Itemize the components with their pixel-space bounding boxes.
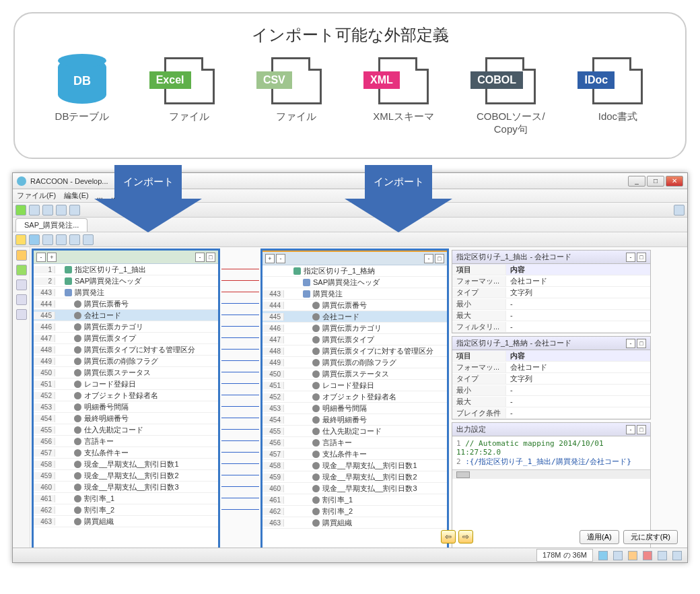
tree-row[interactable]: 449購買伝票の削除フラグ [34, 356, 218, 367]
tree-row[interactable]: 444購買伝票番号 [34, 298, 218, 310]
tree-toolbar[interactable]: - + - □ [34, 251, 218, 264]
status-icon[interactable] [628, 551, 637, 560]
tool-icon[interactable] [83, 234, 94, 245]
property-row[interactable]: フィルタリ...- [452, 321, 650, 333]
tree-row[interactable]: 455仕入先勘定コード [34, 424, 218, 436]
property-row[interactable]: タイプ文字列 [452, 373, 650, 385]
tree-row[interactable]: 指定区切り子_1_格納 [262, 265, 447, 277]
property-table[interactable]: 項目内容フォーマッ...会社コードタイプ文字列最小-最大-フィルタリ...- [452, 264, 650, 333]
perspective-icon[interactable] [674, 205, 685, 216]
collapse-icon[interactable]: - [276, 254, 285, 263]
tree-row[interactable]: 447購買伝票タイプ [34, 333, 218, 344]
tree-row[interactable]: 460現金__早期支払__割引日数3 [34, 482, 218, 493]
tree-row[interactable]: 454最終明細番号 [34, 413, 218, 424]
tree-row[interactable]: 443購買発注 [262, 288, 447, 300]
left-toolstrip[interactable] [13, 247, 30, 562]
property-table[interactable]: 項目内容フォーマッ...会社コードタイプ文字列最小-最大-ブレイク条件- [452, 350, 650, 419]
minimize-icon[interactable]: - [195, 253, 205, 262]
tool-icon[interactable] [56, 234, 67, 245]
status-icon[interactable] [613, 551, 623, 560]
property-row[interactable]: 項目内容 [452, 350, 650, 362]
tree-toolbar[interactable]: + - - □ [262, 252, 447, 265]
tree-row[interactable]: 448購買伝票タイプに対する管理区分 [34, 344, 218, 356]
tree-row[interactable]: 444購買伝票番号 [262, 300, 447, 311]
tree-row[interactable]: 449購買伝票の削除フラグ [262, 357, 447, 368]
tree-row[interactable]: 446購買伝票カテゴリ [34, 321, 218, 333]
tree-row[interactable]: 456言語キー [34, 436, 218, 447]
apply-button[interactable]: 適用(A) [580, 530, 619, 544]
panel-header[interactable]: 出力設定 -□ [452, 423, 650, 436]
tool-icon[interactable] [69, 205, 80, 216]
minimize-button[interactable]: _ [628, 176, 645, 187]
tree-row[interactable]: 459現金__早期支払__割引日数2 [262, 471, 447, 483]
panel-header[interactable]: 指定区切り子_1_抽出 - 会社コード -□ [452, 251, 650, 264]
tree-row[interactable]: 453明細番号間隔 [34, 401, 218, 413]
property-row[interactable]: フォーマッ...会社コード [452, 362, 650, 373]
tree-row[interactable]: 461割引率_1 [34, 493, 218, 504]
target-tree-panel[interactable]: + - - □ 指定区切り子_1_格納SAP購買発注ヘッダ443購買発注444購… [260, 249, 449, 561]
minimize-icon[interactable]: - [626, 425, 635, 434]
tree-row[interactable]: 455仕入先勘定コード [262, 426, 447, 437]
panel-header[interactable]: 指定区切り子_1_格納 - 会社コード -□ [452, 337, 650, 350]
close-button[interactable]: ✕ [666, 176, 683, 187]
tree-row[interactable]: 460現金__早期支払__割引日数3 [262, 483, 447, 494]
expand-icon[interactable]: + [265, 254, 275, 263]
expand-icon[interactable]: + [47, 253, 57, 262]
tool-icon[interactable] [16, 309, 27, 320]
tree-row[interactable]: 461割引率_1 [262, 494, 447, 506]
tree-body[interactable]: 1指定区切り子_1_抽出2SAP購買発注ヘッダ443購買発注444購買伝票番号4… [34, 264, 218, 548]
tree-row[interactable]: 445会社コード [34, 310, 218, 321]
tool-icon[interactable] [16, 250, 27, 261]
tree-row[interactable]: 458現金__早期支払__割引日数1 [34, 459, 218, 470]
tree-row[interactable]: 452オブジェクト登録者名 [34, 390, 218, 401]
tree-row[interactable]: 457支払条件キー [34, 447, 218, 459]
tree-row[interactable]: 459現金__早期支払__割引日数2 [34, 470, 218, 482]
property-row[interactable]: タイプ文字列 [452, 287, 650, 298]
maximize-button[interactable]: □ [647, 176, 664, 187]
tab-sap[interactable]: SAP_購買発注... [15, 218, 88, 232]
tool-icon[interactable] [15, 234, 26, 245]
restore-icon[interactable]: □ [637, 253, 646, 262]
status-icon[interactable] [658, 551, 667, 560]
tree-row[interactable]: SAP購買発注ヘッダ [262, 277, 447, 288]
property-row[interactable]: ブレイク条件- [452, 407, 650, 419]
tool-icon[interactable] [42, 234, 53, 245]
tree-row[interactable]: 446購買伝票カテゴリ [262, 323, 447, 334]
property-row[interactable]: 最小- [452, 385, 650, 396]
minimize-icon[interactable]: - [424, 254, 433, 263]
tree-row[interactable]: 2SAP購買発注ヘッダ [34, 275, 218, 287]
source-tree-panel[interactable]: - + - □ 1指定区切り子_1_抽出2SAP購買発注ヘッダ443購買発注44… [32, 249, 220, 561]
tree-row[interactable]: 450購買伝票ステータス [34, 367, 218, 378]
property-row[interactable]: 最大- [452, 310, 650, 321]
tool-icon[interactable] [16, 294, 27, 305]
tool-icon[interactable] [29, 234, 40, 245]
status-icon[interactable] [672, 551, 682, 560]
tree-row[interactable]: 462割引率_2 [34, 504, 218, 516]
tree-row[interactable]: 443購買発注 [34, 287, 218, 298]
tree-row[interactable]: 451レコード登録日 [34, 378, 218, 390]
restore-icon[interactable]: □ [637, 425, 646, 434]
property-row[interactable]: 最小- [452, 298, 650, 310]
property-row[interactable]: フォーマッ...会社コード [452, 275, 650, 287]
tree-row[interactable]: 454最終明細番号 [262, 414, 447, 426]
property-row[interactable]: 最大- [452, 396, 650, 407]
restore-icon[interactable]: □ [637, 339, 646, 348]
revert-button[interactable]: 元に戻す(R) [623, 530, 678, 544]
restore-icon[interactable]: □ [435, 254, 444, 263]
tree-row[interactable]: 463購買組織 [34, 516, 218, 527]
status-icon[interactable] [643, 551, 652, 560]
menu-item[interactable]: ファイル(F) [17, 191, 56, 201]
sub-toolbar[interactable] [13, 232, 687, 247]
menu-item[interactable]: 編集(E) [64, 191, 89, 201]
output-body[interactable]: 1 // Automatic mapping 2014/10/01 11:27:… [452, 436, 650, 469]
tree-row[interactable]: 450購買伝票ステータス [262, 368, 447, 380]
trash-icon[interactable] [598, 551, 608, 560]
tree-row[interactable]: 462割引率_2 [262, 506, 447, 517]
tree-row[interactable]: 445会社コード [262, 311, 447, 323]
tree-row[interactable]: 452オブジェクト登録者名 [262, 391, 447, 403]
collapse-icon[interactable]: - [36, 253, 46, 262]
tree-row[interactable]: 458現金__早期支払__割引日数1 [262, 460, 447, 471]
tree-row[interactable]: 451レコード登録日 [262, 380, 447, 391]
tree-body[interactable]: 指定区切り子_1_格納SAP購買発注ヘッダ443購買発注444購買伝票番号445… [262, 265, 447, 548]
tool-icon[interactable] [16, 279, 27, 290]
